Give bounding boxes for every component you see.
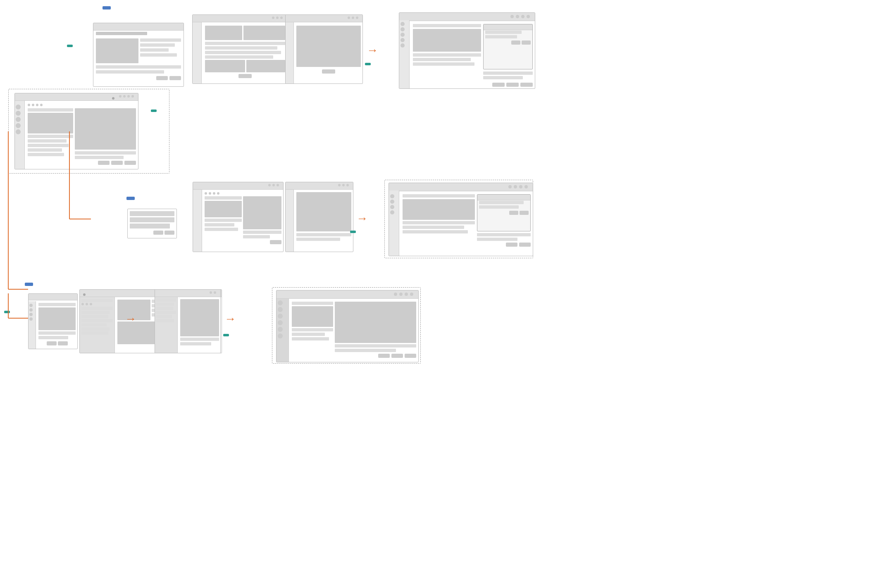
- apps-label: [25, 283, 33, 286]
- wireframe-3b: [285, 182, 353, 252]
- wireframe-apps-3: [155, 289, 221, 353]
- arrow-apps-1: →: [125, 313, 136, 325]
- tooltip-1st-level: [151, 110, 157, 112]
- arrow-apps-2: →: [224, 313, 236, 325]
- tooltip-overlay-2: [350, 231, 356, 233]
- wireframe-4: [389, 183, 533, 256]
- tooltip-overlay-1: [365, 63, 371, 65]
- wireframe-1a: [93, 23, 184, 87]
- notifications-label: [126, 197, 135, 200]
- wireframe-notif-small: [127, 209, 177, 238]
- wireframe-2a: [14, 93, 138, 169]
- tooltip-settings: [67, 45, 73, 47]
- tooltip-all-apps: [4, 311, 10, 313]
- function-modals-label: [103, 6, 111, 10]
- wireframe-1b: [192, 14, 287, 84]
- arrow-2: →: [367, 45, 378, 56]
- wireframe-1c: [285, 14, 363, 84]
- arrow-4: →: [356, 213, 368, 224]
- wireframe-1d: [399, 12, 535, 89]
- wireframe-apps-final: [276, 290, 419, 362]
- tooltip-all-apps-2: [223, 334, 229, 336]
- wireframe-apps-1: [28, 293, 78, 349]
- wireframe-3a: [193, 182, 284, 252]
